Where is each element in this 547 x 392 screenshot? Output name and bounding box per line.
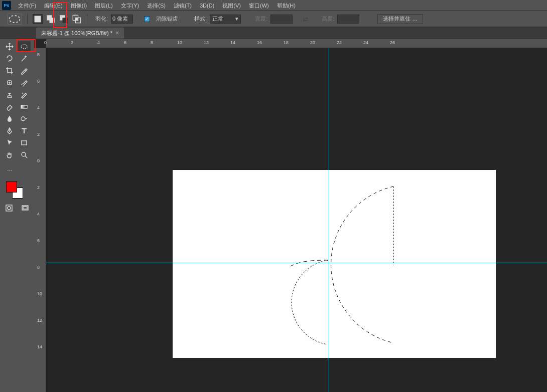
rectangle-tool[interactable]: [18, 137, 31, 148]
separator: [87, 14, 87, 24]
move-tool[interactable]: [3, 41, 16, 52]
svg-rect-8: [75, 18, 78, 20]
select-and-mask-button[interactable]: 选择并遮住 …: [377, 14, 423, 24]
zoom-tool[interactable]: [18, 149, 31, 160]
ruler-tick: 24: [363, 40, 368, 45]
spot-heal-tool[interactable]: [3, 77, 16, 88]
guide-vertical[interactable]: [329, 48, 329, 392]
svg-rect-5: [62, 18, 67, 23]
menu-help[interactable]: 帮助(H): [273, 0, 300, 11]
separator: [27, 14, 28, 24]
menu-image[interactable]: 图像(I): [67, 0, 91, 11]
ruler-horizontal[interactable]: 02468101214161820222426: [46, 39, 547, 48]
ruler-tick: 4: [37, 105, 40, 110]
svg-rect-11: [21, 105, 27, 108]
ruler-tick: 0: [37, 158, 40, 163]
toolbox-more[interactable]: ⋯: [3, 165, 16, 176]
brush-tool[interactable]: [18, 77, 31, 88]
crop-tool[interactable]: [3, 65, 16, 76]
ruler-vertical[interactable]: 864202468101214: [34, 48, 46, 392]
type-tool[interactable]: [18, 125, 31, 136]
ruler-tick: 10: [37, 291, 42, 296]
canvas-viewport[interactable]: [46, 48, 547, 392]
ruler-tick: 12: [37, 318, 42, 323]
ruler-tick: 8: [37, 52, 40, 57]
blur-tool[interactable]: [3, 113, 16, 124]
dodge-tool[interactable]: [18, 113, 31, 124]
hand-tool[interactable]: [3, 149, 16, 160]
union-icon: [46, 15, 55, 24]
toolbox-divider: [3, 161, 16, 164]
quick-mask-toggle[interactable]: [3, 203, 15, 214]
selection-new-button[interactable]: [33, 14, 43, 24]
document-tab[interactable]: 未标题-1 @ 100%(RGB/8#) * ×: [36, 28, 124, 39]
clone-stamp-tool[interactable]: [3, 89, 16, 100]
toolbox: ⋯: [0, 39, 34, 216]
screen-mode-icons: [3, 201, 31, 214]
menu-edit[interactable]: 编辑(E): [40, 0, 67, 11]
menu-select[interactable]: 选择(S): [143, 0, 170, 11]
pen-tool[interactable]: [3, 125, 16, 136]
ruler-tick: 6: [37, 238, 40, 243]
document-canvas[interactable]: [173, 170, 496, 358]
svg-point-16: [8, 207, 11, 210]
svg-point-12: [21, 117, 25, 121]
app-logo: Ps: [2, 1, 11, 10]
work-area: 02468101214161820222426 864202468101214: [34, 39, 547, 392]
ruler-tick: 14: [230, 40, 235, 45]
ruler-tick: 6: [124, 40, 126, 45]
menu-layer[interactable]: 图层(L): [91, 0, 116, 11]
subtract-icon: [59, 15, 68, 24]
antialias-label: 消除锯齿: [156, 15, 178, 23]
svg-rect-13: [22, 141, 27, 145]
style-select[interactable]: 正常▾: [210, 15, 241, 24]
lasso-tool[interactable]: [3, 53, 16, 64]
svg-rect-3: [49, 18, 54, 23]
gradient-tool[interactable]: [18, 101, 31, 112]
eraser-tool[interactable]: [3, 101, 16, 112]
guide-horizontal[interactable]: [46, 263, 547, 263]
antialias-checkbox[interactable]: ✓: [144, 16, 150, 22]
menu-type[interactable]: 文字(Y): [117, 0, 144, 11]
ruler-tick: 4: [37, 212, 40, 217]
menu-filter[interactable]: 滤镜(T): [170, 0, 196, 11]
path-select-tool[interactable]: [3, 137, 16, 148]
close-icon[interactable]: ×: [115, 30, 119, 37]
style-value: 正常: [212, 15, 223, 23]
ruler-tick: 26: [390, 40, 395, 45]
ruler-tick: 8: [37, 265, 40, 270]
selection-subtract-button[interactable]: [59, 14, 69, 24]
ruler-tick: 2: [37, 132, 40, 137]
ruler-tick: 2: [37, 185, 40, 190]
screen-mode-toggle[interactable]: [19, 203, 31, 214]
menu-view[interactable]: 视图(V): [218, 0, 245, 11]
color-swatches[interactable]: [3, 177, 31, 200]
ruler-tick: 4: [97, 40, 100, 45]
menu-3d[interactable]: 3D(D): [196, 0, 218, 11]
options-bar: 羽化: ✓ 消除锯齿 样式: 正常▾ 宽度: ⇄ 高度: 选择并遮住 …: [0, 11, 547, 27]
ruler-tick: 14: [37, 344, 42, 349]
menu-window[interactable]: 窗口(W): [245, 0, 273, 11]
selection-intersect-button[interactable]: [72, 14, 82, 24]
ruler-tick: 0: [44, 40, 47, 45]
ruler-tick: 18: [284, 40, 289, 45]
ellipse-marquee-tool[interactable]: [18, 41, 31, 52]
magic-wand-tool[interactable]: [18, 53, 31, 64]
ruler-tick: 22: [337, 40, 342, 45]
document-tab-row: 未标题-1 @ 100%(RGB/8#) * ×: [0, 27, 547, 39]
menu-file[interactable]: 文件(F): [14, 0, 40, 11]
ruler-tick: 6: [37, 79, 40, 84]
eyedropper-tool[interactable]: [18, 65, 31, 76]
selection-add-button[interactable]: [46, 14, 56, 24]
foreground-color-swatch[interactable]: [6, 181, 17, 192]
height-label: 高度:: [322, 15, 334, 23]
history-brush-tool[interactable]: [18, 89, 31, 100]
feather-input[interactable]: [111, 15, 133, 24]
ruler-tick: 16: [257, 40, 262, 45]
document-tab-title: 未标题-1 @ 100%(RGB/8#) *: [41, 30, 112, 37]
chevron-down-icon: ▾: [235, 16, 238, 22]
ruler-tick: 10: [177, 40, 182, 45]
width-label: 宽度:: [255, 15, 267, 23]
current-tool-indicator[interactable]: [7, 14, 22, 25]
intersect-icon: [72, 15, 81, 24]
